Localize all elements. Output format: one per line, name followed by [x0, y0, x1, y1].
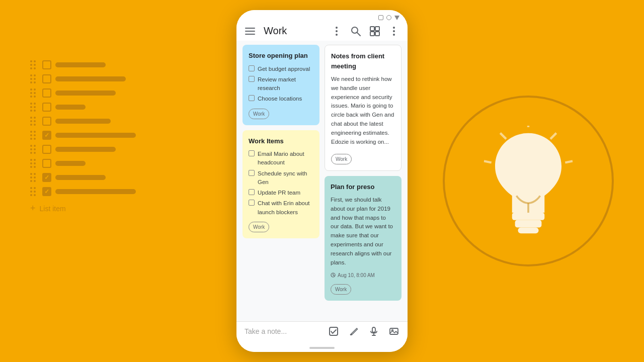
svg-point-13 — [336, 30, 338, 32]
list-row — [30, 103, 136, 112]
item-checkbox[interactable] — [249, 65, 255, 71]
list-row — [30, 145, 136, 154]
svg-line-6 — [550, 133, 556, 139]
more-vert-icon[interactable] — [331, 26, 342, 37]
note-item: Chat with Erin about launch blockers — [249, 199, 313, 217]
note-body: We need to rethink how we handle user ex… — [331, 75, 395, 147]
take-note-placeholder[interactable]: Take a note... — [245, 327, 287, 335]
drag-handle — [30, 131, 38, 140]
checkbox[interactable] — [42, 60, 51, 69]
svg-point-15 — [352, 27, 358, 33]
lightbulb-circle — [443, 96, 614, 266]
note-time: Aug 10, 8:00 AM — [331, 272, 395, 279]
checkbox[interactable] — [42, 187, 51, 196]
add-item-row[interactable]: + List item — [30, 203, 136, 214]
item-checkbox[interactable] — [249, 189, 255, 195]
item-checkbox[interactable] — [249, 95, 255, 101]
note-item: Update PR team — [249, 189, 313, 197]
drag-handle — [30, 60, 38, 69]
checkbox[interactable] — [42, 88, 51, 98]
phone-status-bar — [236, 10, 408, 22]
drag-handle — [30, 187, 38, 196]
checkbox[interactable] — [42, 131, 51, 140]
note-item: Choose locations — [249, 95, 313, 103]
drag-handle — [30, 145, 38, 154]
svg-rect-18 — [375, 27, 379, 31]
item-checkbox[interactable] — [249, 170, 255, 176]
note-client-meeting[interactable]: Notes from client meeting We need to ret… — [325, 45, 401, 171]
list-row — [30, 159, 136, 168]
checkbox-icon[interactable] — [328, 326, 339, 337]
checkbox[interactable] — [42, 103, 51, 112]
bar — [55, 105, 86, 110]
note-plan-preso[interactable]: Plan for preso First, we should talk abo… — [325, 176, 401, 301]
menu-button[interactable] — [245, 26, 256, 37]
left-list: + List item — [30, 60, 136, 214]
svg-line-8 — [565, 161, 573, 162]
item-text: Chat with Erin about launch blockers — [258, 199, 313, 217]
bar — [55, 175, 106, 180]
list-row — [30, 173, 136, 182]
note-store-opening[interactable]: Store opening plan Get budget approval R… — [243, 45, 319, 125]
toolbar-right — [331, 26, 399, 37]
overflow-button[interactable] — [388, 26, 399, 37]
item-checkbox[interactable] — [249, 76, 255, 82]
add-item-label: List item — [40, 205, 66, 213]
note-title: Store opening plan — [249, 51, 313, 61]
svg-rect-17 — [370, 27, 374, 31]
wifi-icon — [386, 15, 391, 20]
list-row — [30, 74, 136, 83]
svg-rect-1 — [515, 220, 542, 228]
phone-content: Store opening plan Get budget approval R… — [236, 41, 408, 321]
bottom-icons — [328, 326, 399, 337]
notes-column-2: Notes from client meeting We need to ret… — [325, 45, 401, 317]
bar — [55, 76, 126, 81]
svg-point-22 — [393, 30, 395, 32]
work-chip[interactable]: Work — [249, 222, 269, 232]
work-chip[interactable]: Work — [331, 284, 351, 295]
lightbulb-icon — [483, 126, 574, 236]
bar — [55, 133, 136, 138]
checkbox[interactable] — [42, 117, 51, 126]
list-row — [30, 60, 136, 69]
mic-icon[interactable] — [368, 326, 379, 337]
svg-point-12 — [336, 27, 338, 29]
note-title: Notes from client meeting — [331, 51, 395, 71]
note-item: Review market research — [249, 75, 313, 93]
draw-icon[interactable] — [348, 326, 359, 337]
checkbox[interactable] — [42, 74, 51, 83]
svg-rect-19 — [370, 32, 374, 36]
note-timestamp: Aug 10, 8:00 AM — [338, 272, 375, 279]
search-button[interactable] — [350, 26, 361, 37]
svg-rect-11 — [245, 34, 255, 35]
drag-handle — [30, 159, 38, 168]
note-item: Schedule sync with Gen — [249, 169, 313, 187]
item-checkbox[interactable] — [249, 150, 255, 156]
svg-rect-0 — [512, 213, 545, 220]
checkbox[interactable] — [42, 145, 51, 154]
signal-icon — [378, 15, 383, 20]
note-work-items[interactable]: Work Items Email Mario about headcount S… — [243, 130, 319, 238]
item-text: Update PR team — [258, 189, 300, 197]
image-icon[interactable] — [388, 326, 399, 337]
checkbox[interactable] — [42, 159, 51, 168]
checkbox[interactable] — [42, 173, 51, 182]
note-item: Get budget approval — [249, 65, 313, 73]
layout-button[interactable] — [369, 26, 380, 37]
bar — [55, 147, 116, 152]
svg-line-7 — [484, 161, 492, 162]
notes-column-1: Store opening plan Get budget approval R… — [243, 45, 319, 317]
svg-point-23 — [393, 34, 395, 36]
drag-handle — [30, 88, 38, 98]
item-text: Email Mario about headcount — [258, 150, 313, 167]
drag-handle — [30, 74, 38, 83]
svg-line-26 — [333, 275, 334, 276]
work-chip[interactable]: Work — [249, 109, 269, 119]
note-title: Work Items — [249, 136, 313, 146]
work-chip[interactable]: Work — [331, 154, 352, 164]
item-checkbox[interactable] — [249, 200, 255, 206]
drag-handle — [30, 173, 38, 182]
drag-handle — [30, 117, 38, 126]
svg-line-5 — [500, 133, 506, 139]
svg-rect-32 — [390, 328, 398, 334]
